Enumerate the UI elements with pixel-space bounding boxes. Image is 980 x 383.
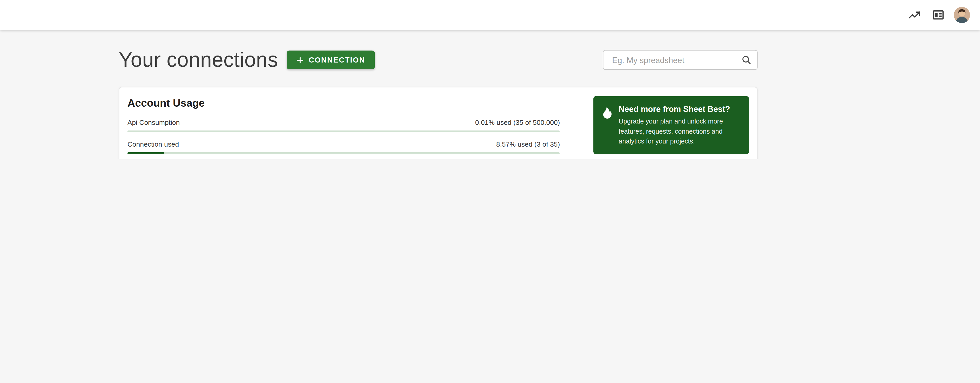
usage-metrics: Account Usage Api Consumption 0.01% used… [127,96,560,159]
analytics-icon[interactable] [905,6,924,24]
progress-fill [127,152,165,154]
search-input[interactable] [611,54,741,65]
promo-title: Need more from Sheet Best? [619,104,741,114]
page-content: Your connections CONNECTION [119,48,758,159]
avatar-image [954,7,970,23]
promo-text: Need more from Sheet Best? Upgrade your … [619,104,741,146]
search-icon[interactable] [741,54,752,65]
metric-value: 8.57% used (3 of 35) [496,140,560,148]
account-usage-card: Account Usage Api Consumption 0.01% used… [119,87,758,159]
search-box [603,50,758,70]
page-head: Your connections CONNECTION [119,48,758,72]
top-bar [0,0,980,30]
app-root: Your connections CONNECTION [0,0,980,159]
plus-icon [296,56,304,64]
add-connection-label: CONNECTION [309,56,365,64]
reader-mode-icon[interactable] [929,6,948,24]
promo-body: Upgrade your plan and unlock more featur… [619,117,741,146]
user-avatar[interactable] [953,6,971,24]
page-title: Your connections [119,48,278,72]
metric-value: 0.01% used (35 of 500.000) [475,119,560,126]
progress-track [127,152,560,154]
metric-connections-used: Connection used 8.57% used (3 of 35) [127,140,560,154]
metric-label: Connection used [127,140,179,148]
progress-track [127,130,560,132]
add-connection-button[interactable]: CONNECTION [287,51,374,69]
metric-api-consumption: Api Consumption 0.01% used (35 of 500.00… [127,119,560,132]
flame-icon [601,104,614,146]
usage-title: Account Usage [127,97,560,110]
upgrade-promo[interactable]: Need more from Sheet Best? Upgrade your … [593,96,749,154]
metric-label: Api Consumption [127,119,180,126]
